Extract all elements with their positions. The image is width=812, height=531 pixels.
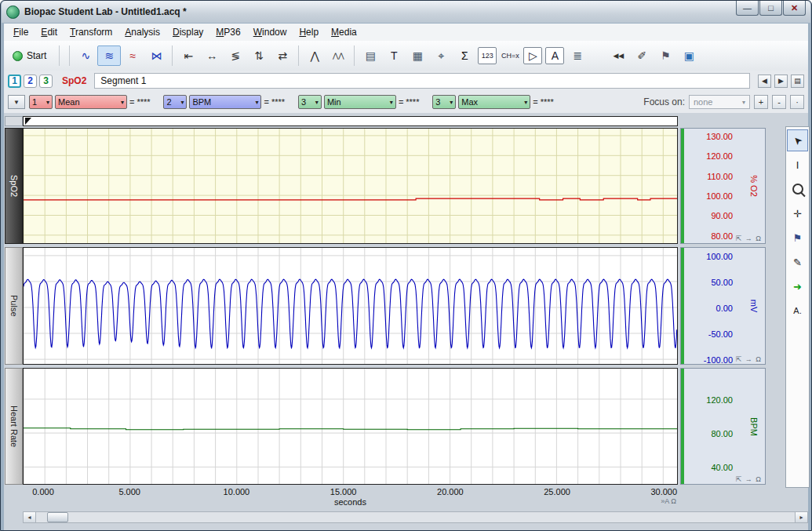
title-bar[interactable]: Biopac Student Lab - Untitled1.acq * — □… <box>2 1 810 23</box>
display-preferences-icon[interactable]: ▣ <box>677 45 701 66</box>
segment-page-button[interactable]: ▤ <box>791 75 804 88</box>
channel-button-3[interactable]: 3 <box>39 75 53 88</box>
menu-item-analysis[interactable]: Analysis <box>118 24 166 40</box>
measurement-channel-select[interactable]: 3▾ <box>432 95 456 109</box>
minimize-button[interactable]: — <box>736 1 759 16</box>
text-annotation-icon[interactable]: T <box>382 45 406 66</box>
annotation-tool-icon[interactable]: A. <box>787 300 808 322</box>
corner-stub <box>5 116 23 126</box>
horizontal-scrollbar[interactable]: ◂ ▸ <box>23 511 808 523</box>
channel-math-icon[interactable]: CH=x <box>498 45 522 66</box>
remove-measurement-button[interactable]: - <box>772 95 786 109</box>
measurement-function-select[interactable]: Max▾ <box>458 95 530 109</box>
show-values-icon[interactable]: 123 <box>478 47 497 64</box>
start-button[interactable]: Start <box>9 47 53 64</box>
cursor-mode-icon[interactable]: ▷ <box>523 47 542 64</box>
segment-next-button[interactable]: ▶ <box>774 75 788 88</box>
flag-icon[interactable]: ⚑ <box>654 45 677 66</box>
ibeam-tool-icon[interactable]: I <box>787 154 808 176</box>
measurement-channel-select[interactable]: 2▾ <box>163 95 187 109</box>
menu-item-edit[interactable]: Edit <box>35 24 64 40</box>
menu-item-file[interactable]: File <box>7 24 35 40</box>
channel-label-heart-rate[interactable]: Heart Rate <box>5 368 23 485</box>
select-tool-icon[interactable]: ➤ <box>787 129 808 151</box>
chart-view-icon[interactable]: ≋ <box>97 45 121 66</box>
measurement-bar: ▼ 1▾Mean▾=****2▾BPM▾=****3▾Min▾=****3▾Ma… <box>4 91 808 114</box>
channel-button-2[interactable]: 2 <box>24 75 37 88</box>
edit-waveform-tool-icon[interactable]: ✎ <box>787 251 808 273</box>
x-axis-lock-icons[interactable]: »A Ω <box>661 497 676 505</box>
menu-item-transform[interactable]: Transform <box>64 24 118 40</box>
menu-item-display[interactable]: Display <box>166 24 209 40</box>
xy-view-icon[interactable]: ⋈ <box>144 45 168 66</box>
spo2-plot[interactable] <box>23 128 678 244</box>
scroll-track[interactable] <box>36 512 795 522</box>
axis-tool-icons[interactable]: ⇱ → Ω <box>736 355 762 363</box>
rewind-icon[interactable]: ◀◀ <box>606 45 630 66</box>
focus-select[interactable]: none ▾ <box>689 95 750 109</box>
y-tick-label: 120.00 <box>687 395 733 405</box>
heart-rate-plot[interactable] <box>23 368 678 485</box>
print-icon[interactable]: ▤ <box>359 45 382 66</box>
scroll-right-arrow[interactable]: ▸ <box>795 512 807 522</box>
zoom-tool-icon[interactable] <box>787 178 808 200</box>
stimulator-icon[interactable]: ✐ <box>630 45 654 66</box>
measurement-channel-select[interactable]: 1▾ <box>29 95 53 109</box>
measurement-value: **** <box>137 97 160 107</box>
expand-horizontal-icon[interactable]: ↔ <box>200 45 224 66</box>
menu-item-mp36[interactable]: MP36 <box>209 24 246 40</box>
annotation-mode-icon[interactable]: A <box>545 47 564 64</box>
overlap-view-icon[interactable]: ≈ <box>121 45 144 66</box>
pulse-axis[interactable]: mV ⇱ → Ω -100.00-50.000.0050.00100.00 <box>680 247 766 365</box>
start-icon <box>13 51 23 61</box>
measurement-function-select[interactable]: BPM▾ <box>189 95 261 109</box>
measurement-function-select[interactable]: Mean▾ <box>55 95 127 109</box>
channel-button-1[interactable]: 1 <box>8 75 21 88</box>
toolbar-separator <box>354 45 355 66</box>
scroll-left-arrow[interactable]: ◂ <box>24 512 36 522</box>
grid-options-icon[interactable]: ▦ <box>406 45 429 66</box>
marker-strip[interactable] <box>23 116 678 126</box>
measurement-expander-button[interactable]: ▼ <box>8 95 25 109</box>
pulse-plot[interactable] <box>23 247 678 365</box>
channel-type-label: SpO2 <box>62 75 86 86</box>
equals-sign: = <box>399 97 403 107</box>
find-peak-icon[interactable]: ⋀ <box>303 45 326 66</box>
maximize-button[interactable]: □ <box>759 1 782 16</box>
pan-tool-icon[interactable]: ✛ <box>787 202 808 224</box>
autoscale-vertical-icon[interactable]: ⇅ <box>247 45 271 66</box>
find-all-peaks-icon[interactable]: ⋀⋀ <box>326 45 350 66</box>
equals-sign: = <box>533 97 537 107</box>
axis-active-bar <box>681 369 684 484</box>
scope-view-icon[interactable]: ∿ <box>74 45 97 66</box>
autoscale-horizontal-icon[interactable]: ⇄ <box>271 45 294 66</box>
close-button[interactable]: ✕ <box>783 1 806 16</box>
measurement-channel-select[interactable]: 3▾ <box>298 95 322 109</box>
channel-label-pulse[interactable]: Pulse <box>5 247 23 365</box>
menu-item-help[interactable]: Help <box>293 24 325 40</box>
compress-horizontal-icon[interactable]: ⇤ <box>177 45 200 66</box>
menu-item-media[interactable]: Media <box>325 24 363 40</box>
marker-tool-icon[interactable]: ⚑ <box>787 227 808 249</box>
event-marker-icon[interactable]: ⌖ <box>429 45 453 66</box>
zoom-previous-icon[interactable]: ≶ <box>224 45 247 66</box>
y-tick-label: 120.00 <box>687 151 733 161</box>
axis-tool-icons[interactable]: ⇱ → Ω <box>736 475 762 483</box>
measurement-function-select[interactable]: Min▾ <box>324 95 396 109</box>
sum-icon[interactable]: Σ <box>453 45 476 66</box>
tool-palette: ➤I✛⚑✎➜A. <box>785 126 810 488</box>
axis-tool-icons[interactable]: ⇱ → Ω <box>736 235 762 242</box>
segment-name-field[interactable]: Segment 1 <box>94 73 750 89</box>
add-measurement-button[interactable]: + <box>754 95 768 109</box>
x-axis: 0.0005.00010.00015.00020.00025.00030.000… <box>23 487 678 509</box>
scroll-thumb[interactable] <box>47 512 68 522</box>
spo2-axis[interactable]: % O2 ⇱ → Ω 80.0090.00100.00110.00120.001… <box>680 128 766 244</box>
channel-label-spo2[interactable]: SpO2 <box>5 128 23 244</box>
journal-icon[interactable]: ≣ <box>566 45 589 66</box>
more-measurement-button[interactable]: · <box>790 95 804 109</box>
continue-arrow-icon[interactable]: ➜ <box>787 275 808 297</box>
menu-item-window[interactable]: Window <box>247 24 293 40</box>
segment-prev-button[interactable]: ◀ <box>758 75 771 88</box>
channel-buttons: 123 <box>8 75 53 88</box>
heart-rate-axis[interactable]: BPM ⇱ → Ω 40.0080.00120.00 <box>680 368 766 485</box>
